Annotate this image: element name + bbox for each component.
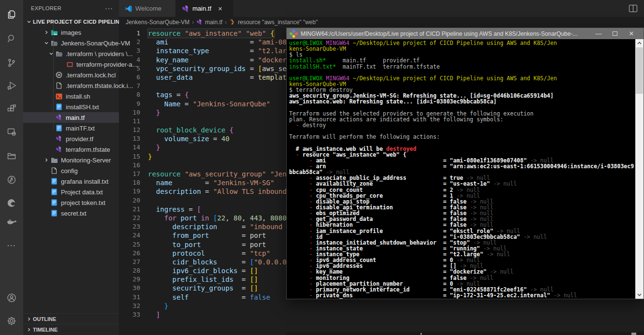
page-icon xyxy=(55,82,63,89)
file-tree: imagesJenkens-SonarQube-VM.terraform \ p… xyxy=(23,27,119,218)
extensions-icon[interactable] xyxy=(0,99,23,118)
git-graph-icon[interactable] xyxy=(0,170,23,189)
doc-blue-icon xyxy=(55,103,63,111)
code-text: cidr_blocks = ["0.0.0.0/0"] xyxy=(148,258,303,266)
shell-icon xyxy=(55,92,63,100)
scroll-up-icon[interactable] xyxy=(635,39,644,47)
close-icon[interactable]: × xyxy=(218,5,222,12)
line-number: 16 xyxy=(119,161,140,170)
tree-item-installsh-txt[interactable]: installSH.txt xyxy=(23,102,119,112)
tree-item-label: terraform-provider-a... xyxy=(76,61,137,68)
minimize-button[interactable]: — xyxy=(590,30,607,37)
tree-item-label: terraform.tfstate xyxy=(66,146,110,153)
tree-item-install-sh[interactable]: install.sh xyxy=(23,91,119,102)
terminal-output: user@LIWOX MINGW64 ~/Desktop/Live projec… xyxy=(289,40,634,299)
tree-item-terraform-provider-a-[interactable]: terraform-provider-a... xyxy=(23,59,119,70)
msys2-icon xyxy=(289,29,298,38)
maximize-button[interactable] xyxy=(607,30,623,37)
edge-browser-icon[interactable] xyxy=(0,193,23,213)
breadcrumb-folder[interactable]: Jenkens-SonarQube-VM xyxy=(126,19,190,26)
terminal-line: installSH.txt* mainTF.txt terraform.tfst… xyxy=(289,64,634,70)
project-root-folder[interactable]: LIVE PROJECT OF CICD PIPELINE ... xyxy=(23,16,119,27)
remote-explorer-icon[interactable] xyxy=(0,122,23,142)
line-number: 27 xyxy=(119,258,140,266)
line-number: 24 xyxy=(119,231,140,240)
tree-item-jenkens-sonarqube-vm[interactable]: Jenkens-SonarQube-VM xyxy=(23,38,119,48)
chevron-spacer xyxy=(58,60,66,68)
box-red-icon xyxy=(66,60,73,68)
terraform-icon xyxy=(55,114,63,121)
terraform-icon xyxy=(196,19,203,26)
tree-item-images[interactable]: images xyxy=(23,27,119,38)
code-text: to_port = port xyxy=(148,240,266,249)
scrollbar-thumb[interactable] xyxy=(636,47,643,94)
split-editor-icon[interactable] xyxy=(629,5,637,12)
sidebar-title: EXPLORER xyxy=(31,5,105,11)
breadcrumb-file[interactable]: main.tf xyxy=(205,19,222,26)
settings-gear-icon[interactable] xyxy=(0,311,23,331)
line-number: 17 xyxy=(119,170,140,178)
run-debug-icon[interactable] xyxy=(0,76,23,95)
line-number: 22 xyxy=(119,214,140,222)
terminal-body[interactable]: user@LIWOX MINGW64 ~/Desktop/Live projec… xyxy=(287,39,644,299)
tab-bar: Welcome main.tf × xyxy=(119,0,644,17)
tab-welcome[interactable]: Welcome xyxy=(119,0,176,17)
terminal-title: MINGW64:/c/Users/user/Desktop/Live proje… xyxy=(301,30,590,37)
tab-label: main.tf xyxy=(192,5,211,12)
source-control-icon[interactable] xyxy=(0,53,23,73)
timeline-panel-header[interactable]: TIMELINE xyxy=(23,324,119,335)
docker-icon[interactable] xyxy=(0,213,23,232)
page-icon xyxy=(50,167,58,175)
breadcrumb-symbol[interactable]: resource "aws_instance" "web" xyxy=(238,19,318,26)
terminal-titlebar[interactable]: MINGW64:/c/Users/user/Desktop/Live proje… xyxy=(287,28,644,39)
tree-item--terraform-tfstate-lock-i-[interactable]: .terraform.tfstate.lock.i... xyxy=(23,80,119,91)
code-text: ] xyxy=(148,310,160,319)
doc-blue-icon xyxy=(50,188,58,196)
tree-item-grafana-install-txt[interactable]: grafana install.txt xyxy=(23,176,119,187)
chevron-spacer xyxy=(47,135,55,143)
taskbar-icon-fragment xyxy=(631,333,636,335)
tree-item-project-token-txt[interactable]: project token.txt xyxy=(23,197,119,208)
editor-actions xyxy=(629,0,644,17)
outline-panel-label: OUTLINE xyxy=(33,316,56,322)
chevron-spacer xyxy=(43,177,50,185)
close-button[interactable]: ✕ xyxy=(623,30,640,37)
code-text: self = false xyxy=(148,293,270,302)
terminal-line: Terraform will perform the following act… xyxy=(289,134,634,140)
tree-item-label: install.sh xyxy=(66,93,90,100)
project-folder-icon[interactable] xyxy=(0,146,23,166)
tab-main-tf[interactable]: main.tf × xyxy=(176,0,233,17)
tree-item-project-data-txt[interactable]: Project data.txt xyxy=(23,187,119,197)
line-number: 11 xyxy=(119,117,140,126)
tree-item-config[interactable]: config xyxy=(23,165,119,176)
tree-item-secret-txt[interactable]: secret.txt xyxy=(23,208,119,218)
tree-item-maintf-txt[interactable]: mainTF.txt xyxy=(23,123,119,133)
line-number: 25 xyxy=(119,240,140,249)
tree-item-main-tf[interactable]: main.tf xyxy=(23,112,119,123)
tree-item-label: project token.txt xyxy=(61,199,105,206)
tree-item--terraform-providers-[interactable]: .terraform \ providers \... xyxy=(23,48,119,59)
scroll-down-icon[interactable] xyxy=(635,291,644,299)
explorer-icon[interactable] xyxy=(0,5,23,24)
tree-item-monitoring-server[interactable]: Monitoring-Server xyxy=(23,155,119,165)
more-icon[interactable]: ⋯ xyxy=(0,236,23,255)
code-text: name = "Jenkins-VM-SG" xyxy=(148,178,274,187)
terminal-scrollbar[interactable] xyxy=(635,39,644,299)
chevron-spacer xyxy=(47,82,55,89)
chevron-spacer xyxy=(47,92,55,100)
folder-icon xyxy=(50,156,58,164)
sidebar-more-icon[interactable]: ··· xyxy=(105,4,113,12)
tree-item-label: .terraform.tfstate.lock.i... xyxy=(66,82,133,89)
terminal-line: - destroy xyxy=(289,122,634,128)
account-icon[interactable] xyxy=(0,288,23,307)
tree-item-terraform-tfstate[interactable]: terraform.tfstate xyxy=(23,144,119,155)
vscode-window: ⋯ EXPLORER ··· LIVE PROJECT OF CICD PIPE… xyxy=(0,0,644,335)
line-number: 18 xyxy=(119,178,140,187)
search-icon[interactable] xyxy=(0,29,23,48)
tree-item-provider-tf[interactable]: provider.tf xyxy=(23,133,119,144)
outline-panel-header[interactable]: OUTLINE xyxy=(23,313,119,324)
code-text: } xyxy=(148,143,160,152)
tree-item--terraform-lock-hcl[interactable]: .terraform.lock.hcl xyxy=(23,70,119,80)
chevron-right-icon xyxy=(25,315,33,323)
code-text: prefix_list_ids = [] xyxy=(148,275,258,284)
